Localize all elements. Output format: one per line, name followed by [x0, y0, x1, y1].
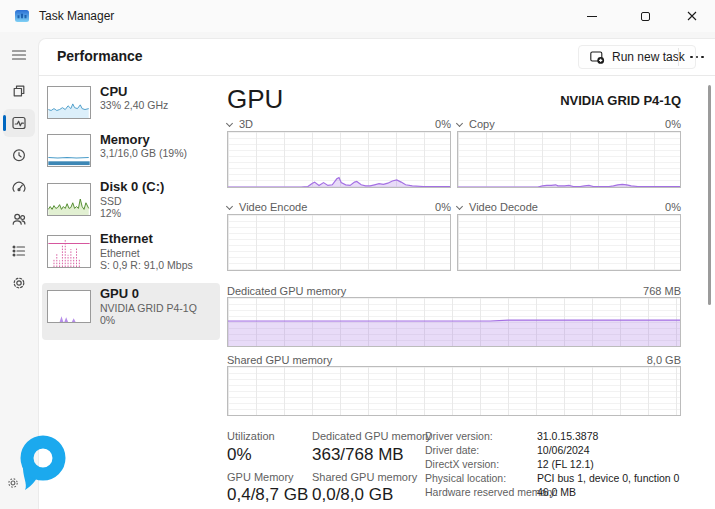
engine-video-decode-value: 0% — [637, 201, 681, 213]
perf-item-title: Ethernet — [100, 231, 153, 246]
sidebar-item-processes[interactable] — [3, 77, 35, 105]
perf-item-title: GPU 0 — [100, 286, 139, 301]
chart-dedicated-memory — [227, 297, 681, 347]
page-title: Performance — [57, 48, 143, 64]
performance-icon — [11, 115, 27, 131]
chevron-down-icon — [226, 120, 233, 127]
perf-item-detail: 0% — [100, 314, 115, 326]
more-options-button[interactable] — [686, 50, 708, 64]
chart-shared-memory — [227, 366, 681, 416]
chart-video-encode — [227, 214, 451, 271]
perf-list-item-disk[interactable]: Disk 0 (C:) SSD 12% — [42, 181, 219, 231]
engine-3d-value: 0% — [407, 118, 451, 130]
shared-memory-label: Shared GPU memory — [227, 354, 332, 366]
chart-3d — [227, 131, 451, 188]
window-title: Task Manager — [39, 9, 114, 23]
toolbar-divider — [39, 75, 715, 76]
driver-version-value: 31.0.15.3878 — [537, 430, 598, 442]
menu-button[interactable] — [3, 41, 35, 69]
task-manager-app-icon — [14, 8, 30, 24]
gpu-memory-value: 0,4/8,7 GB — [227, 485, 308, 505]
dedicated-stat-value: 363/768 MB — [312, 445, 404, 465]
perf-item-detail: Ethernet — [100, 247, 140, 259]
gpu-device-name: NVIDIA GRID P4-1Q — [560, 93, 681, 108]
maximize-button[interactable] — [622, 0, 668, 32]
dedicated-memory-max: 768 MB — [601, 285, 681, 297]
utilization-label: Utilization — [227, 430, 275, 442]
close-icon — [687, 11, 697, 21]
utilization-value: 0% — [227, 445, 252, 465]
engine-video-encode-toggle[interactable]: Video Encode — [227, 201, 307, 213]
memory-thumbnail-chart — [47, 134, 91, 167]
chart-video-decode — [457, 214, 681, 271]
hw-reserved-memory-value: 46,0 MB — [537, 486, 576, 498]
maximize-icon — [641, 12, 650, 21]
close-button[interactable] — [669, 0, 715, 32]
perf-list-item-memory[interactable]: Memory 3,1/16,0 GB (19%) — [42, 134, 219, 178]
physical-location-value: PCI bus 1, device 0, function 0 — [537, 472, 679, 484]
engine-3d-toggle[interactable]: 3D — [227, 118, 253, 130]
users-icon — [11, 211, 27, 227]
toolbar-separator — [678, 48, 679, 66]
perf-item-detail: S: 0,9 R: 91,0 Mbps — [100, 259, 193, 271]
chevron-down-icon — [456, 203, 463, 210]
dedicated-memory-label: Dedicated GPU memory — [227, 285, 346, 297]
engine-video-encode-value: 0% — [407, 201, 451, 213]
gpu-thumbnail-chart — [47, 290, 91, 323]
engine-video-decode-toggle[interactable]: Video Decode — [457, 201, 538, 213]
selection-indicator — [3, 115, 6, 131]
history-clock-icon — [11, 147, 27, 163]
minimize-button[interactable] — [569, 0, 615, 32]
dedicated-stat-label: Dedicated GPU memory — [312, 430, 431, 442]
overlay-app-logo[interactable] — [16, 434, 66, 494]
processes-icon — [11, 83, 27, 99]
directx-version-value: 12 (FL 12.1) — [537, 458, 594, 470]
vertical-scrollbar-thumb[interactable] — [708, 85, 711, 305]
hamburger-icon — [11, 47, 27, 63]
gpu-pane-title: GPU — [227, 84, 283, 115]
shared-stat-label: Shared GPU memory — [312, 471, 417, 483]
perf-item-detail: 3,1/16,0 GB (19%) — [100, 147, 187, 159]
perf-list-item-cpu[interactable]: CPU 33% 2,40 GHz — [42, 86, 219, 130]
minimize-icon — [587, 16, 597, 17]
perf-item-detail: SSD — [100, 195, 122, 207]
sidebar-item-app-history[interactable] — [3, 141, 35, 169]
speedometer-icon — [11, 179, 27, 195]
task-manager-window: Task Manager — [0, 0, 715, 509]
perf-item-title: Disk 0 (C:) — [100, 179, 164, 194]
directx-version-label: DirectX version: — [425, 458, 499, 470]
perf-item-title: Memory — [100, 132, 150, 147]
driver-date-value: 10/06/2024 — [537, 444, 590, 456]
sidebar-item-services[interactable] — [3, 269, 35, 297]
cpu-thumbnail-chart — [47, 86, 91, 119]
sidebar-item-performance[interactable] — [3, 109, 35, 137]
sidebar-item-startup-apps[interactable] — [3, 173, 35, 201]
details-list-icon — [11, 243, 27, 259]
perf-list-item-gpu[interactable]: GPU 0 NVIDIA GRID P4-1Q 0% — [42, 288, 219, 338]
driver-date-label: Driver date: — [425, 444, 479, 456]
ethernet-thumbnail-chart — [47, 235, 91, 268]
perf-item-title: CPU — [100, 84, 127, 99]
chart-copy — [457, 131, 681, 188]
sidebar-item-users[interactable] — [3, 205, 35, 233]
chevron-down-icon — [456, 120, 463, 127]
services-gear-icon — [11, 275, 27, 291]
shared-stat-value: 0,0/8,0 GB — [312, 485, 393, 505]
disk-thumbnail-chart — [47, 183, 91, 216]
shared-memory-max: 8,0 GB — [601, 354, 681, 366]
dots-icon — [690, 56, 693, 59]
sidebar-item-details[interactable] — [3, 237, 35, 265]
engine-copy-value: 0% — [637, 118, 681, 130]
gpu-memory-label: GPU Memory — [227, 471, 294, 483]
engine-copy-toggle[interactable]: Copy — [457, 118, 495, 130]
run-new-task-label: Run new task — [612, 50, 685, 64]
chevron-down-icon — [226, 203, 233, 210]
perf-list-item-ethernet[interactable]: Ethernet Ethernet S: 0,9 R: 91,0 Mbps — [42, 233, 219, 283]
new-task-icon — [589, 49, 605, 65]
perf-item-detail: 33% 2,40 GHz — [100, 99, 168, 111]
perf-item-detail: 12% — [100, 207, 121, 219]
physical-location-label: Physical location: — [425, 472, 506, 484]
driver-version-label: Driver version: — [425, 430, 493, 442]
titlebar: Task Manager — [0, 0, 715, 32]
perf-item-detail: NVIDIA GRID P4-1Q — [100, 302, 197, 314]
